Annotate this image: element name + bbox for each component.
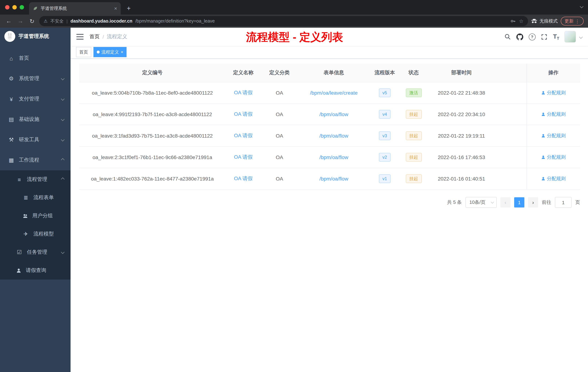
reload-button[interactable]: ↻ <box>28 18 36 25</box>
assign-rule-label: 分配规则 <box>547 89 566 96</box>
address-bar[interactable]: ⚠ 不安全 | dashboard.yudao.iocoder.cn /bpm/… <box>39 16 528 26</box>
column-actions: 操作 <box>526 64 580 82</box>
chevron-down-icon <box>61 77 64 80</box>
cell-category: OA <box>261 168 298 189</box>
sidebar-item-process-model[interactable]: ✈ 流程模型 <box>0 225 71 243</box>
cell-spacer <box>495 168 526 189</box>
form-link[interactable]: /bpm/oa/flow <box>319 176 348 182</box>
new-tab-button[interactable]: + <box>124 3 134 13</box>
goto-page-input[interactable] <box>555 197 572 208</box>
github-icon[interactable] <box>516 33 524 40</box>
tools-icon: ⚒ <box>8 136 15 143</box>
tag-process-definition[interactable]: 流程定义 × <box>94 47 126 57</box>
assign-rule-button[interactable]: 分配规则 <box>541 175 566 182</box>
sidebar-item-label: 流程模型 <box>33 231 54 237</box>
fullscreen-icon[interactable] <box>541 33 548 40</box>
monitor-icon: ▤ <box>8 116 15 123</box>
pagination-total: 共 5 条 <box>447 199 462 206</box>
yen-icon: ¥ <box>8 96 15 102</box>
incognito-badge: 无痕模式 <box>531 18 558 24</box>
search-icon[interactable] <box>504 33 511 40</box>
page-annotation: 流程模型 - 定义列表 <box>246 30 343 45</box>
sidebar-item-process-management[interactable]: ≡ 流程管理 <box>0 170 71 188</box>
browser-menu-icon[interactable]: ⋮ <box>575 18 580 24</box>
sidebar-item-user-group[interactable]: 用户分组 <box>0 207 71 225</box>
status-badge: 挂起 <box>406 174 422 183</box>
goto-label: 前往 <box>542 199 551 206</box>
maximize-window-button[interactable] <box>20 5 24 10</box>
sidebar-item-payment[interactable]: ¥ 支付管理 <box>0 89 71 109</box>
definition-name-link[interactable]: OA 请假 <box>234 175 253 181</box>
definition-name-link[interactable]: OA 请假 <box>234 132 253 138</box>
avatar-caret-icon[interactable] <box>579 35 583 39</box>
chevron-down-icon <box>61 97 64 101</box>
browser-tab[interactable]: 芋道管理系统 × <box>29 2 121 15</box>
security-warning-icon: ⚠ <box>44 19 48 24</box>
definition-name-link[interactable]: OA 请假 <box>234 89 253 95</box>
tab-search-chevron-icon[interactable] <box>580 5 583 8</box>
forward-button[interactable]: → <box>16 18 25 24</box>
sidebar-item-leave-query[interactable]: 请假查询 <box>0 261 71 280</box>
form-link[interactable]: /bpm/oa/flow <box>319 154 348 160</box>
sidebar-item-process-form[interactable]: ≣ 流程表单 <box>0 188 71 207</box>
column-spacer <box>495 64 526 82</box>
pagination: 共 5 条 10条/页 ‹ 1 › 前往 页 <box>79 197 580 208</box>
version-badge: v1 <box>379 174 390 183</box>
bookmark-star-icon[interactable]: ☆ <box>519 18 524 24</box>
page-size-value: 10条/页 <box>470 199 485 206</box>
definition-name-link[interactable]: OA 请假 <box>234 154 253 160</box>
security-label[interactable]: 不安全 <box>51 18 64 24</box>
hamburger-icon[interactable] <box>76 33 84 41</box>
assign-rule-button[interactable]: 分配规则 <box>541 89 566 96</box>
next-page-button[interactable]: › <box>528 197 538 208</box>
minimize-window-button[interactable] <box>12 5 17 10</box>
tag-close-icon[interactable]: × <box>121 50 123 55</box>
form-link[interactable]: /bpm/oa/leave/create <box>310 90 358 96</box>
sidebar-logo[interactable]: 芋道管理系统 <box>0 28 71 45</box>
assign-rule-button[interactable]: 分配规则 <box>541 111 566 118</box>
status-badge: 挂起 <box>406 131 422 140</box>
person-icon <box>541 176 546 181</box>
person-icon <box>16 268 21 273</box>
page-size-select[interactable]: 10条/页 <box>465 197 497 208</box>
tag-home[interactable]: 首页 <box>76 47 91 57</box>
assign-rule-button[interactable]: 分配规则 <box>541 132 566 139</box>
assign-rule-label: 分配规则 <box>547 111 566 118</box>
prev-page-button[interactable]: ‹ <box>500 197 511 208</box>
cell-id: oa_leave:1:482ec033-762a-11ec-8477-a2380… <box>79 168 225 189</box>
sidebar-item-workflow[interactable]: ▦ 工作流程 <box>0 150 71 170</box>
sidebar-item-devtools[interactable]: ⚒ 研发工具 <box>0 130 71 150</box>
app-title: 芋道管理系统 <box>19 33 49 40</box>
sidebar-menu: ⌂ 首页 ⚙ 系统管理 ¥ 支付管理 ▤ 基础设施 <box>0 45 71 280</box>
sidebar-item-label: 研发工具 <box>19 136 39 143</box>
page-number-button[interactable]: 1 <box>514 197 524 208</box>
update-button[interactable]: 更新 ⋮ <box>561 17 584 25</box>
help-icon[interactable]: ? <box>529 33 536 40</box>
task-icon: ☑ <box>16 249 22 255</box>
sidebar-item-home[interactable]: ⌂ 首页 <box>0 48 71 68</box>
home-icon: ⌂ <box>8 55 15 61</box>
sidebar-item-label: 流程表单 <box>33 194 54 201</box>
cell-deploy-time: 2022-01-22 20:34:10 <box>428 104 495 125</box>
tab-close-icon[interactable]: × <box>114 6 117 11</box>
sidebar-item-system[interactable]: ⚙ 系统管理 <box>0 68 71 89</box>
assign-rule-button[interactable]: 分配规则 <box>541 154 566 161</box>
definition-name-link[interactable]: OA 请假 <box>234 111 253 117</box>
avatar[interactable] <box>564 31 576 43</box>
size-big: T <box>553 33 557 40</box>
font-size-icon[interactable]: TT <box>553 33 559 40</box>
breadcrumb-home[interactable]: 首页 <box>89 33 100 40</box>
password-key-icon[interactable] <box>510 18 516 24</box>
cell-deploy-time: 2022-01-22 21:48:38 <box>428 82 495 104</box>
form-link[interactable]: /bpm/oa/flow <box>319 111 348 117</box>
sidebar-item-task-management[interactable]: ☑ 任务管理 <box>0 243 71 261</box>
sidebar-item-infrastructure[interactable]: ▤ 基础设施 <box>0 109 71 130</box>
window-controls <box>0 0 29 15</box>
sidebar-item-label: 工作流程 <box>19 157 39 164</box>
assign-rule-label: 分配规则 <box>547 132 566 139</box>
version-badge: v2 <box>379 153 390 162</box>
close-window-button[interactable] <box>5 5 10 10</box>
back-button[interactable]: ← <box>4 18 13 24</box>
form-link[interactable]: /bpm/oa/flow <box>319 133 348 139</box>
definition-table: 定义编号 定义名称 定义分类 表单信息 流程版本 状态 部署时间 操作 <box>79 64 580 190</box>
